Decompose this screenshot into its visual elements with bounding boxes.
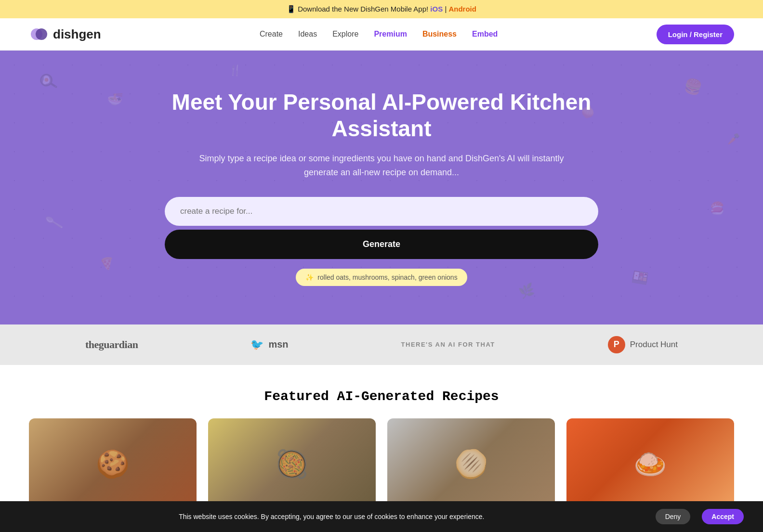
msn-logo: 🐦 msn [250, 338, 288, 351]
hero-section: 🍳 🍜 🥄 🍕 🍴 🥗 🍔 🍣 🍱 🥕 🧅 🌿 Meet Your Person… [0, 51, 763, 324]
hero-content: Meet Your Personal AI-Powered Kitchen As… [165, 89, 598, 286]
suggestion-icon: ✨ [305, 273, 314, 281]
recipe-image-3: 🫓 [387, 418, 555, 510]
recipe-card-4[interactable]: 🍛 [566, 418, 734, 510]
logo[interactable]: dishgen [29, 24, 101, 44]
nav-business[interactable]: Business [422, 30, 457, 38]
ai-for-that-text: THERE'S AN AI FOR THAT [401, 341, 495, 348]
banner-text: 📱 Download the New DishGen Mobile App! [287, 5, 428, 13]
nav-embed[interactable]: Embed [472, 30, 498, 38]
nav-explore[interactable]: Explore [332, 30, 358, 38]
featured-heading: Featured AI-Generated Recipes [29, 389, 734, 404]
nav-premium[interactable]: Premium [374, 30, 407, 38]
msn-icon: 🐦 [250, 338, 263, 351]
guardian-logo: theguardian [85, 338, 138, 351]
recipe-image-1: 🍪 [29, 418, 197, 510]
featured-section: Featured AI-Generated Recipes 🍪 🥘 🫓 🍛 [0, 365, 763, 524]
recipe-image-2: 🥘 [208, 418, 376, 510]
ai-for-that-logo: THERE'S AN AI FOR THAT [401, 341, 495, 348]
svg-point-1 [36, 28, 47, 40]
press-bar: theguardian 🐦 msn THERE'S AN AI FOR THAT… [0, 324, 763, 365]
nav-ideas[interactable]: Ideas [298, 30, 317, 38]
suggestion-pill[interactable]: ✨ rolled oats, mushrooms, spinach, green… [296, 269, 467, 286]
cookie-banner: This website uses cookies. By accepting,… [0, 501, 763, 524]
generate-button[interactable]: Generate [165, 230, 598, 259]
hero-subheading: Simply type a recipe idea or some ingred… [194, 152, 569, 180]
nav-links: Create Ideas Explore Premium Business Em… [260, 30, 498, 39]
product-hunt-icon: P [608, 336, 625, 353]
msn-text: msn [268, 339, 288, 350]
cookie-deny-button[interactable]: Deny [656, 509, 691, 524]
guardian-text: theguardian [85, 338, 138, 351]
recipe-card-3[interactable]: 🫓 [387, 418, 555, 510]
recipe-search-input[interactable] [165, 197, 598, 226]
hero-heading: Meet Your Personal AI-Powered Kitchen As… [165, 89, 598, 142]
android-link[interactable]: Android [448, 5, 476, 13]
recipe-image-4: 🍛 [566, 418, 734, 510]
recipe-card-2[interactable]: 🥘 [208, 418, 376, 510]
login-button[interactable]: Login / Register [657, 25, 734, 44]
suggestion-text: rolled oats, mushrooms, spinach, green o… [317, 273, 457, 281]
recipe-grid: 🍪 🥘 🫓 🍛 [29, 418, 734, 510]
top-banner: 📱 Download the New DishGen Mobile App! i… [0, 0, 763, 18]
nav-create[interactable]: Create [260, 30, 283, 38]
product-hunt-text: Product Hunt [630, 340, 678, 350]
ios-link[interactable]: iOS [430, 5, 443, 13]
navbar: dishgen Create Ideas Explore Premium Bus… [0, 18, 763, 51]
product-hunt-logo: P Product Hunt [608, 336, 678, 353]
cookie-accept-button[interactable]: Accept [702, 509, 744, 524]
logo-text: dishgen [53, 27, 101, 42]
cookie-text: This website uses cookies. By accepting,… [19, 513, 644, 520]
recipe-card-1[interactable]: 🍪 [29, 418, 197, 510]
